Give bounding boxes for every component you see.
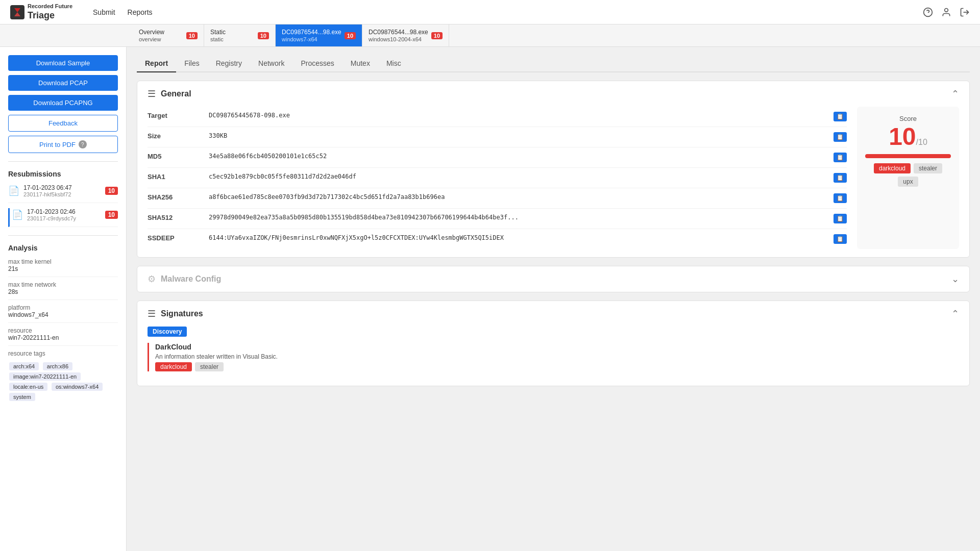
download-sample-button[interactable]: Download Sample [8,55,118,71]
general-body: Target DC098765445678-098.exe 📋 Size 330… [137,107,969,257]
sidebar: Download Sample Download PCAP Download P… [0,47,127,551]
score-value: 10 [889,123,916,150]
signatures-card-header[interactable]: ☰ Signatures ⌃ [137,301,969,327]
copy-target[interactable]: 📋 [834,112,847,121]
topnav: Recorded Future Triage Submit Reports [0,0,980,24]
subtab-misc[interactable]: Misc [378,55,409,72]
sig-tag-darkcloud: darkcloud [155,362,192,371]
signatures-chevron-up-icon: ⌃ [951,308,959,319]
tabbar: Overview overview 10 Static static 10 DC… [0,24,980,47]
resub-file-icon-1: 📄 [8,185,19,196]
download-pcap-button[interactable]: Download PCAP [8,75,118,91]
tab-dc98-w10[interactable]: DC09876544...98.exe windows10-2004-x64 1… [362,24,449,46]
field-sha256: SHA256 a8f6bcae61ed785c8ee0703fb9d3d72b7… [148,188,847,209]
sig-darkcloud-desc: An information stealer written in Visual… [155,353,959,360]
field-target: Target DC098765445678-098.exe 📋 [148,107,847,127]
tab-static[interactable]: Static static 10 [204,24,276,46]
signatures-title: Signatures [161,309,203,318]
tag-os: os:windows7-x64 [52,383,103,391]
tag-locale: locale:en-us [9,383,47,391]
resubmission-item-2[interactable]: 📄 17-01-2023 02:46 230117-c9rdysdc7y 10 [8,208,118,227]
logo: Recorded Future Triage [10,3,72,20]
tab-dc98-w10-badge: 10 [431,32,443,39]
sidebar-divider-1 [8,161,118,162]
sub-tabs: Report Files Registry Network Processes … [137,55,970,72]
malware-config-header[interactable]: ⚙ Malware Config ⌄ [137,266,969,292]
tab-dc98-w7[interactable]: DC09876544...98.exe windows7-x64 10 [276,24,362,46]
feedback-button[interactable]: Feedback [8,115,118,132]
download-pcapng-button[interactable]: Download PCAPNG [8,95,118,111]
sig-darkcloud-name: DarkCloud [155,343,959,351]
score-panel: Score 10/10 darkcloud stealer upx [857,107,959,249]
general-card-header[interactable]: ☰ General ⌃ [137,81,969,107]
copy-sha256[interactable]: 📋 [834,193,847,203]
subtab-report[interactable]: Report [137,55,176,72]
help-icon[interactable] [923,7,933,17]
print-help-icon: ? [79,140,87,148]
general-chevron-up-icon: ⌃ [951,88,959,99]
sig-darkcloud-tags: darkcloud stealer [155,362,959,371]
resub-date-1: 17-01-2023 06:47 [23,184,101,191]
subtab-files[interactable]: Files [176,55,208,72]
subtab-processes[interactable]: Processes [292,55,342,72]
analysis-platform: platform windows7_x64 [8,304,118,318]
print-pdf-button[interactable]: Print to PDF ? [8,136,118,153]
score-label: Score [865,115,951,122]
layout: Download Sample Download PCAP Download P… [0,47,980,551]
subtab-network[interactable]: Network [250,55,292,72]
tab-static-badge: 10 [258,32,269,39]
signatures-card: ☰ Signatures ⌃ Discovery DarkCloud An in… [137,300,970,386]
nav-reports[interactable]: Reports [128,8,153,16]
general-fields: Target DC098765445678-098.exe 📋 Size 330… [148,107,847,249]
resub-id-2: 230117-c9rdysdc7y [27,215,101,221]
analysis-network-time: max time network 28s [8,281,118,295]
field-ssdeep: SSDEEP 6144:UYa6vxaIZOK/FNj0esmrinsLr0xw… [148,229,847,249]
signatures-icon: ☰ [148,308,156,319]
malware-config-icon: ⚙ [148,273,156,285]
subtab-mutex[interactable]: Mutex [342,55,378,72]
brand-large: Triage [28,10,72,21]
analysis-resource: resource win7-20221111-en [8,327,118,341]
copy-ssdeep[interactable]: 📋 [834,234,847,244]
score-bar [865,154,951,158]
sig-tag-stealer: stealer [195,362,224,371]
analysis-kernel-time: max time kernel 21s [8,258,118,272]
score-tag-darkcloud: darkcloud [874,163,911,173]
field-size: Size 330KB 📋 [148,127,847,147]
copy-md5[interactable]: 📋 [834,153,847,162]
field-md5: MD5 34e5a88e06f6cb4050200101e1c65c52 📋 [148,147,847,168]
copy-size[interactable]: 📋 [834,132,847,142]
score-tag-stealer: stealer [914,163,942,173]
nav-submit[interactable]: Submit [93,8,115,16]
user-icon[interactable] [941,7,951,17]
resubmission-item-1[interactable]: 📄 17-01-2023 06:47 230117-hkf5ksbf72 10 [8,184,118,203]
sidebar-divider-2 [8,235,118,236]
field-sha512: SHA512 29978d90049e82ea735a8a5b0985d80b1… [148,209,847,229]
tag-image: image:win7-20221111-en [9,372,81,381]
logout-icon[interactable] [960,7,970,17]
tag-arch-x86: arch:x86 [43,362,72,370]
tag-system: system [9,393,35,401]
discovery-filter-badge[interactable]: Discovery [148,327,187,337]
tab-overview[interactable]: Overview overview 10 [133,24,204,46]
copy-sha1[interactable]: 📋 [834,173,847,183]
malware-config-title: Malware Config [161,274,221,284]
general-title: General [161,89,191,98]
copy-sha512[interactable]: 📋 [834,214,847,223]
nav-icons [923,7,970,17]
resub-date-2: 17-01-2023 02:46 [27,208,101,215]
signatures-body: Discovery DarkCloud An information steal… [137,327,969,386]
resub-file-icon-2: 📄 [12,209,23,220]
tag-arch-x64: arch:x64 [9,362,39,370]
score-tag-upx: upx [898,177,918,187]
field-sha1: SHA1 c5ec92b1e879cb0c05f5fe80311d7d2d2ae… [148,168,847,188]
general-icon: ☰ [148,88,156,99]
subtab-registry[interactable]: Registry [208,55,250,72]
score-tags: darkcloud stealer upx [865,163,951,187]
resource-tags-container: arch:x64 arch:x86 image:win7-20221111-en… [8,361,118,402]
brand-small: Recorded Future [28,3,72,10]
tab-dc98-w7-badge: 10 [345,32,356,39]
resub-badge-2: 10 [105,211,118,219]
logo-icon [10,5,24,19]
malware-config-card: ⚙ Malware Config ⌄ [137,266,970,292]
